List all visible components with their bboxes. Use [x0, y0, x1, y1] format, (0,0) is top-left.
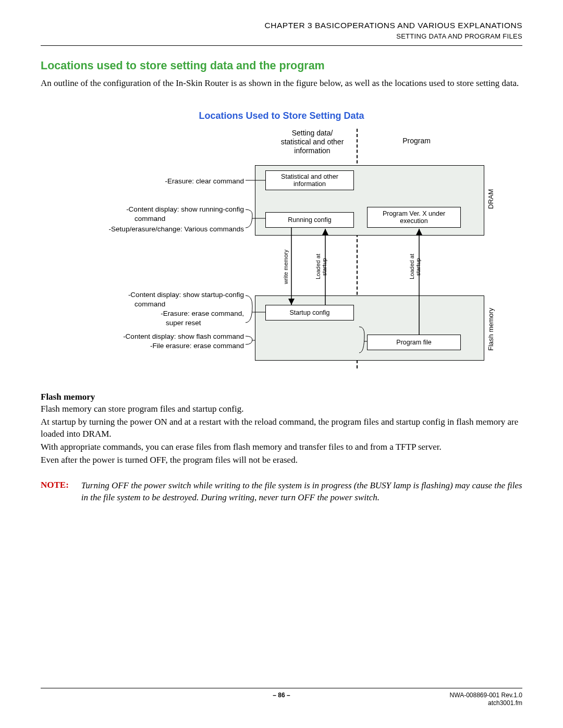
box-statistical: Statistical and otherinformation: [265, 170, 354, 190]
diagram-title: Locations Used to Store Setting Data: [41, 110, 522, 121]
label-write-memory: write memory: [283, 246, 289, 288]
flash-p2: At startup by turning the power ON and a…: [41, 416, 522, 440]
top-rule: [41, 45, 522, 46]
annot-setup-various: -Setup/erasure/change: Various commands: [109, 225, 244, 234]
annot-show-running-a: -Content display: show running-config: [126, 205, 244, 214]
col-header-left: Setting data/statistical and otherinform…: [268, 129, 357, 155]
note-label: NOTE:: [41, 480, 69, 504]
page-number: – 86 –: [145, 692, 418, 707]
flash-p4: Even after the power is turned OFF, the …: [41, 454, 522, 466]
doc-id: NWA-008869-001 Rev.1.0: [418, 692, 522, 699]
flash-label: Flash memory: [487, 301, 495, 358]
annot-show-flash: -Content display: show flash command: [123, 332, 244, 341]
flash-p3: With appropriate commands, you can erase…: [41, 441, 522, 453]
section-title: Locations used to store setting data and…: [41, 59, 522, 72]
box-program-file: Program file: [367, 335, 461, 350]
box-program-exec: Program Ver. X underexecution: [367, 207, 461, 228]
intro-paragraph: An outline of the configuration of the I…: [41, 78, 522, 90]
annot-erasure-clear: -Erasure: clear command: [165, 177, 244, 186]
doc-file: atch3001.fm: [418, 699, 522, 707]
note-block: NOTE: Turning OFF the power switch while…: [41, 480, 522, 504]
annot-show-startup-a: -Content display: show startup-config: [128, 290, 244, 300]
page-footer: – 86 – NWA-008869-001 Rev.1.0 atch3001.f…: [41, 688, 522, 707]
chapter-header: CHAPTER 3 BASICOPERATIONS AND VARIOUS EX…: [41, 21, 522, 30]
diagram: Setting data/statistical and otherinform…: [75, 129, 488, 376]
annot-file-erasure: -File erasure: erase command: [150, 341, 244, 351]
dram-label: DRAM: [487, 178, 495, 220]
flash-subhead: Flash memory: [41, 392, 522, 402]
label-loaded-startup-1: Loaded atstartup: [315, 246, 327, 288]
note-text: Turning OFF the power switch while writi…: [81, 480, 522, 504]
label-loaded-startup-2: Loaded atstartup: [409, 246, 421, 288]
section-header: SETTING DATA AND PROGRAM FILES: [41, 32, 522, 40]
flash-p1: Flash memory can store program files and…: [41, 403, 522, 415]
annot-erase-cmd-b: super reset: [166, 318, 244, 328]
annot-erase-cmd-a: -Erasure: erase command,: [161, 309, 244, 318]
col-header-right: Program: [377, 137, 456, 145]
bottom-rule: [41, 688, 522, 688]
box-running-config: Running config: [265, 212, 354, 228]
box-startup-config: Startup config: [265, 305, 354, 320]
annot-show-startup-b: command: [134, 300, 244, 309]
annot-show-running-b: command: [134, 214, 244, 224]
